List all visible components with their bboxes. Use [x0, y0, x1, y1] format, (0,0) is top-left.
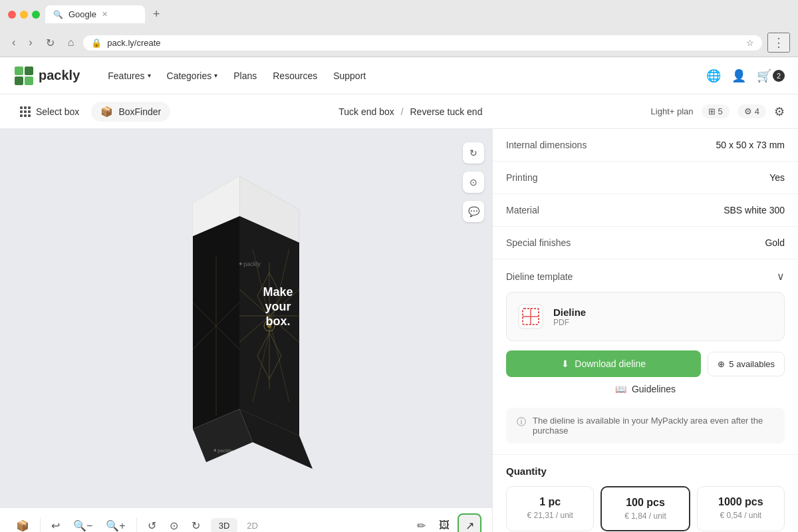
divider-2: [136, 517, 137, 532]
boxfinder-label: BoxFinder: [118, 106, 161, 117]
count-2: 4: [755, 106, 759, 116]
special-finishes-label: Special finishes: [506, 237, 571, 248]
reload-button[interactable]: ↻: [42, 35, 59, 51]
plan-info: Light+ plan ⊞ 5 ⚙ 4 ⚙: [651, 104, 785, 119]
dieline-section: Dieline template ∨ Dieline PDF: [493, 259, 798, 455]
internal-dimensions-row: Internal dimensions 50 x 50 x 73 mm: [493, 129, 798, 162]
plan-label: Light+ plan: [651, 106, 694, 116]
quantity-unit-100: € 1,84 / unit: [610, 511, 680, 521]
more-button[interactable]: ⋮: [767, 33, 790, 53]
lock-icon: 🔒: [91, 38, 102, 48]
pen-tool-button[interactable]: ✏: [412, 515, 431, 533]
dieline-card-info: Dieline PDF: [553, 307, 586, 327]
breadcrumb-part1: Tuck end box: [338, 106, 394, 117]
account-button[interactable]: 👤: [732, 68, 746, 83]
dieline-actions: ⬇ Download dieline ⊕ 5 availables: [506, 350, 785, 377]
view-3d-button[interactable]: 3D: [211, 518, 238, 533]
material-row: Material SBS white 300: [493, 194, 798, 227]
quantity-title: Quantity: [506, 466, 785, 477]
back-button[interactable]: ‹: [8, 35, 19, 50]
settings-icon: ⚙: [744, 106, 752, 116]
svg-text:your: your: [265, 300, 291, 313]
url-bar[interactable]: 🔒 pack.ly/create ☆: [83, 35, 762, 51]
box-view-button[interactable]: 📦: [11, 515, 35, 533]
export-button[interactable]: ↗: [458, 513, 481, 532]
dieline-collapse-button[interactable]: ∨: [777, 270, 785, 283]
zoom-in-button[interactable]: 🔍+: [100, 515, 130, 533]
secondary-navigation: Select box 📦 BoxFinder Tuck end box / Re…: [0, 94, 798, 129]
internal-dimensions-label: Internal dimensions: [506, 140, 587, 150]
nav-right: 🌐 👤 🛒 2: [706, 68, 785, 83]
minimize-button[interactable]: [20, 11, 28, 19]
tab-title: Google: [68, 9, 96, 19]
box-svg: Make your box. ✦packly ✦packl: [106, 156, 386, 515]
main-content: ↻ ⊙ 💬: [0, 129, 798, 532]
printing-value: Yes: [769, 172, 785, 183]
nav-plans[interactable]: Plans: [227, 66, 263, 85]
special-finishes-row: Special finishes Gold: [493, 227, 798, 259]
count-1: 5: [718, 106, 723, 116]
globe-sm-icon: ⊕: [718, 359, 725, 369]
home-view-button[interactable]: ⊙: [164, 515, 184, 533]
box-3d-view: Make your box. ✦packly ✦packl: [106, 163, 386, 509]
quantity-unit-1: € 21,31 / unit: [515, 511, 585, 520]
dieline-name: Dieline: [553, 307, 586, 318]
new-tab-button[interactable]: +: [153, 7, 160, 21]
guidelines-button[interactable]: 📖 Guidelines: [506, 377, 785, 401]
quantity-option-100[interactable]: 100 pcs € 1,84 / unit: [600, 486, 690, 531]
rotate-left-button[interactable]: ↺: [142, 515, 162, 533]
cart-button[interactable]: 🛒 2: [757, 68, 785, 83]
info-text: The dieline is available in your MyPackl…: [533, 416, 774, 436]
comment-tool-button[interactable]: 💬: [463, 201, 484, 222]
language-button[interactable]: 🌐: [706, 68, 721, 83]
3d-viewer-panel: ↻ ⊙ 💬: [0, 129, 492, 532]
dieline-type: PDF: [553, 318, 586, 327]
close-button[interactable]: [8, 11, 16, 19]
settings-button[interactable]: ⚙: [774, 104, 785, 119]
plan-count-1: ⊞ 5: [702, 104, 730, 118]
browser-tab[interactable]: 🔍 Google ✕: [45, 5, 145, 23]
bookmark-icon[interactable]: ☆: [746, 38, 754, 48]
breadcrumb: Tuck end box / Reverse tuck end: [170, 106, 650, 117]
download-dieline-button[interactable]: ⬇ Download dieline: [506, 350, 701, 377]
user-icon: 👤: [732, 68, 746, 83]
tab-close-icon[interactable]: ✕: [102, 10, 108, 19]
quantity-option-1[interactable]: 1 pc € 21,31 / unit: [506, 486, 594, 531]
right-panel: Internal dimensions 50 x 50 x 73 mm Prin…: [492, 129, 798, 532]
image-button[interactable]: 🖼: [434, 515, 455, 532]
nav-features[interactable]: Features ▾: [101, 66, 157, 85]
dieline-header: Dieline template ∨: [506, 270, 785, 283]
quantity-section: Quantity 1 pc € 21,31 / unit 100 pcs € 1…: [493, 455, 798, 532]
nav-categories[interactable]: Categories ▾: [160, 66, 225, 85]
rotate-tool-button[interactable]: ↻: [463, 142, 484, 164]
availables-label: 5 availables: [729, 359, 775, 369]
view-2d-button[interactable]: 2D: [239, 518, 266, 533]
svg-rect-3: [25, 76, 33, 85]
svg-rect-0: [15, 66, 23, 75]
cart-count: 2: [773, 70, 785, 82]
select-box-button[interactable]: Select box: [13, 102, 86, 121]
material-label: Material: [506, 205, 539, 215]
nav-support[interactable]: Support: [327, 66, 372, 85]
svg-rect-1: [25, 66, 33, 75]
undo-button[interactable]: ↩: [46, 515, 65, 533]
guidelines-label: Guidelines: [632, 384, 676, 394]
rotate-right-button[interactable]: ↻: [186, 515, 205, 533]
view-toggle: 3D 2D: [211, 518, 266, 533]
zoom-out-button[interactable]: 🔍−: [68, 515, 98, 533]
timer-tool-button[interactable]: ⊙: [463, 172, 484, 193]
home-button[interactable]: ⌂: [64, 35, 78, 50]
url-text: pack.ly/create: [107, 38, 160, 48]
cart-icon: 🛒: [757, 68, 771, 83]
boxfinder-icon: 📦: [100, 106, 113, 118]
internal-dimensions-value: 50 x 50 x 73 mm: [716, 140, 785, 150]
availables-button[interactable]: ⊕ 5 availables: [708, 352, 785, 376]
fullscreen-button[interactable]: [32, 11, 40, 19]
quantity-option-1000[interactable]: 1000 pcs € 0,54 / unit: [697, 486, 785, 531]
logo[interactable]: packly: [13, 65, 80, 86]
nav-resources[interactable]: Resources: [266, 66, 324, 85]
forward-button[interactable]: ›: [25, 35, 36, 50]
quantity-options: 1 pc € 21,31 / unit 100 pcs € 1,84 / uni…: [506, 486, 785, 531]
nav-links: Features ▾ Categories ▾ Plans Resources …: [101, 66, 372, 85]
boxfinder-button[interactable]: 📦 BoxFinder: [91, 102, 170, 122]
